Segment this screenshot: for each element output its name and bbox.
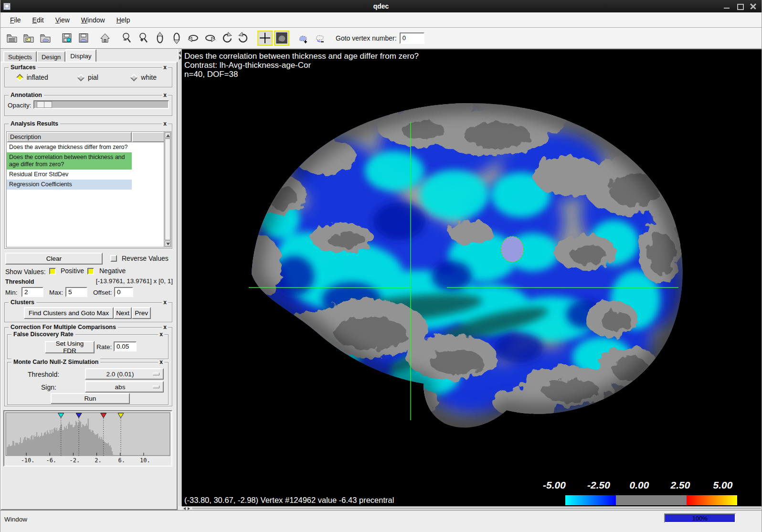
rotate-cw-icon[interactable] bbox=[236, 31, 251, 46]
pial-radio[interactable] bbox=[77, 74, 85, 81]
min-input[interactable] bbox=[21, 287, 43, 297]
open-data-table-icon[interactable] bbox=[4, 31, 20, 46]
correction-title: Correction For Multiple Comparisons bbox=[9, 324, 118, 330]
rate-input[interactable] bbox=[114, 341, 137, 351]
save-label-icon[interactable] bbox=[76, 31, 91, 46]
surface-options: inflatedpialwhite bbox=[5, 74, 172, 81]
rotate-down-icon[interactable] bbox=[169, 31, 184, 46]
tab-display[interactable]: Display bbox=[65, 49, 96, 62]
menu-file[interactable]: File bbox=[5, 14, 26, 26]
positive-label: Positive bbox=[61, 267, 84, 275]
svg-text:2.: 2. bbox=[95, 457, 101, 464]
close-icon[interactable] bbox=[750, 3, 757, 9]
crosshair-tool-icon[interactable] bbox=[257, 31, 273, 46]
colorbar-tick-label: 0.00 bbox=[630, 479, 649, 491]
tab-design[interactable]: Design bbox=[37, 51, 65, 62]
title-bar: qdec bbox=[0, 0, 762, 12]
opacity-label: Opacity: bbox=[8, 102, 32, 109]
menu-view[interactable]: View bbox=[51, 14, 74, 26]
option-grip-icon bbox=[153, 385, 159, 388]
monte-carlo-group: Monte Carlo Null-Z Simulation x Threshol… bbox=[7, 362, 169, 405]
colorbar-tick-label: 2.50 bbox=[671, 479, 690, 491]
progress-value: 100% bbox=[665, 515, 735, 522]
save-data-table-icon[interactable] bbox=[59, 31, 74, 46]
open-project-file-icon[interactable] bbox=[21, 31, 36, 46]
add-selection-icon[interactable] bbox=[296, 31, 311, 46]
goto-vertex-input[interactable] bbox=[400, 32, 424, 44]
fdr-group: False Discovery Rate x Set Using FDR Rat… bbox=[7, 334, 169, 359]
annotation-title: Annotation bbox=[9, 92, 44, 98]
monte-carlo-close-icon[interactable]: x bbox=[158, 359, 164, 365]
pane-sash[interactable] bbox=[178, 49, 182, 506]
offset-input[interactable] bbox=[114, 287, 133, 297]
threshold-histogram[interactable]: -10.-6.-2.2.6.10. bbox=[5, 412, 171, 465]
surface-viewport[interactable]: Does the correlation between thickness a… bbox=[182, 49, 762, 506]
rotate-left-icon[interactable] bbox=[186, 31, 201, 46]
clear-button[interactable]: Clear bbox=[5, 253, 103, 265]
annotation-close-icon[interactable]: x bbox=[162, 92, 168, 98]
open-label-icon[interactable] bbox=[38, 31, 53, 46]
rate-label: Rate: bbox=[96, 343, 112, 351]
opacity-slider[interactable] bbox=[33, 100, 169, 109]
correction-group: Correction For Multiple Comparisons x Fa… bbox=[4, 327, 172, 406]
home-icon[interactable] bbox=[97, 31, 113, 46]
surfaces-close-icon[interactable]: x bbox=[162, 64, 168, 70]
menu-window[interactable]: Window bbox=[76, 14, 110, 26]
threshold-range: [-13.9761, 13.9761] x [0, 1] bbox=[96, 277, 173, 285]
svg-text:6.: 6. bbox=[118, 457, 125, 464]
zoom-in-icon[interactable] bbox=[136, 31, 151, 46]
rotate-right-icon[interactable] bbox=[202, 31, 218, 46]
opacity-slider-handle[interactable] bbox=[37, 101, 52, 108]
next-cluster-button[interactable]: Next bbox=[114, 307, 132, 319]
status-context-label: Window bbox=[4, 516, 27, 523]
description-column-header[interactable]: Description bbox=[7, 132, 132, 142]
clusters-close-icon[interactable]: x bbox=[162, 299, 168, 305]
prev-cluster-button[interactable]: Prev bbox=[132, 307, 151, 319]
positive-checkbox[interactable] bbox=[49, 268, 56, 275]
mc-threshold-dropdown[interactable]: 2.0 (0.01) bbox=[85, 368, 164, 380]
contrast-info-text: Does the correlation between thickness a… bbox=[184, 52, 419, 79]
clusters-group: Clusters x Find Clusters and Goto Max Ne… bbox=[4, 302, 172, 322]
white-radio[interactable] bbox=[130, 74, 138, 81]
negative-gradient bbox=[565, 495, 616, 505]
surface-option-inflated[interactable]: inflated bbox=[5, 74, 61, 81]
run-simulation-button[interactable]: Run bbox=[51, 393, 130, 404]
qdec-window: qdec FileEditViewWindowHelp Goto vertex … bbox=[0, 0, 762, 532]
hscroll-track[interactable] bbox=[192, 508, 761, 509]
zoom-out-icon[interactable] bbox=[119, 31, 134, 46]
menu-edit[interactable]: Edit bbox=[28, 14, 49, 26]
viewport-hscrollbar[interactable] bbox=[182, 506, 762, 510]
minimize-icon[interactable] bbox=[723, 3, 730, 9]
fdr-close-icon[interactable]: x bbox=[158, 331, 164, 337]
surface-option-pial[interactable]: pial bbox=[61, 74, 116, 81]
analysis-result-row[interactable]: Residual Error StdDev bbox=[7, 170, 132, 180]
rotate-ccw-icon[interactable] bbox=[219, 31, 234, 46]
mc-sign-dropdown[interactable]: abs bbox=[85, 381, 164, 393]
menu-help[interactable]: Help bbox=[112, 14, 135, 26]
tab-subjects[interactable]: Subjects bbox=[3, 51, 37, 62]
histogram-panel: -10.-6.-2.2.6.10. bbox=[3, 410, 172, 467]
set-using-fdr-button[interactable]: Set Using FDR bbox=[45, 341, 95, 353]
max-input[interactable] bbox=[65, 287, 87, 297]
surface-option-white[interactable]: white bbox=[116, 74, 172, 81]
inflated-radio[interactable] bbox=[16, 74, 23, 81]
negative-checkbox[interactable] bbox=[87, 268, 94, 275]
rotate-up-icon[interactable] bbox=[152, 31, 168, 46]
analysis-result-row[interactable]: Regression Coefficients bbox=[7, 180, 132, 190]
analysis-result-row[interactable]: Does the correlation between thickness a… bbox=[7, 152, 132, 170]
find-clusters-button[interactable]: Find Clusters and Goto Max bbox=[24, 307, 114, 319]
maximize-icon[interactable] bbox=[737, 3, 743, 9]
correction-close-icon[interactable]: x bbox=[162, 324, 168, 330]
subtract-selection-icon[interactable] bbox=[312, 31, 328, 46]
vertex-status-text: (-33.80, 30.67, -2.98) Vertex #124962 va… bbox=[184, 496, 394, 505]
scroll-down-icon[interactable] bbox=[165, 241, 170, 246]
scrollbar-thumb[interactable] bbox=[165, 138, 170, 240]
list-scrollbar[interactable] bbox=[164, 132, 171, 247]
analysis-result-row[interactable]: Does the average thickness differ from z… bbox=[7, 142, 132, 152]
roi-tool-icon[interactable] bbox=[274, 31, 289, 46]
scroll-up-icon[interactable] bbox=[165, 132, 170, 138]
display-tab-body: Surfaces x inflatedpialwhite Annotation … bbox=[0, 62, 178, 510]
analysis-results-close-icon[interactable]: x bbox=[162, 121, 168, 127]
negative-label: Negative bbox=[99, 267, 126, 275]
reverse-values-checkbox[interactable] bbox=[110, 255, 117, 262]
